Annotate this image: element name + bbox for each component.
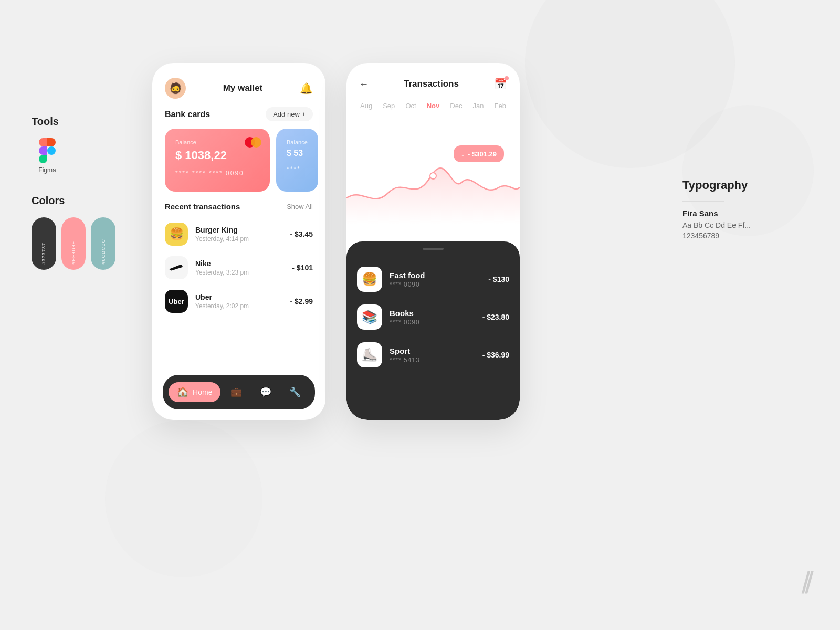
tab-sep[interactable]: Sep (381, 101, 397, 111)
figma-tool[interactable]: Figma (32, 138, 63, 174)
typography-panel: Typography Fira Sans Aa Bb Cc Dd Ee Ff..… (682, 178, 798, 240)
swatch-gray-label: #8CBCBC (101, 239, 106, 265)
recent-title: Recent transactions (165, 202, 240, 211)
burger-king-time: Yesterday, 4:14 pm (195, 235, 282, 243)
fastfood-info: Fast food **** 0090 (390, 271, 481, 288)
month-tabs: Aug Sep Oct Nov Dec Jan Feb (346, 99, 520, 119)
dark-tx-fastfood: 🍔 Fast food **** 0090 - $130 (346, 260, 520, 298)
bg-decoration-2 (105, 420, 262, 578)
swatch-pink: #FF9B9F (61, 217, 86, 270)
nav-settings[interactable]: 🔧 (281, 382, 309, 402)
dark-panel: 🍔 Fast food **** 0090 - $130 📚 Books ***… (346, 242, 520, 420)
transaction-item: Nike Yesterday, 3:23 pm - $101 (152, 251, 326, 285)
tab-nov[interactable]: Nov (425, 101, 442, 111)
card-blue-balance: $ 53 (287, 149, 308, 158)
mastercard-logo (245, 137, 261, 148)
wrench-icon: 🔧 (289, 386, 301, 398)
briefcase-icon: 💼 (230, 386, 242, 398)
nav-chat[interactable]: 💬 (251, 382, 280, 402)
wallet-header: 🧔 My wallet 🔔 (152, 63, 326, 107)
uber-name: Uber (195, 293, 282, 301)
avatar: 🧔 (165, 78, 186, 99)
figma-icon (35, 138, 60, 163)
books-sub: **** 0090 (390, 319, 475, 326)
card-blue-label: Balance (287, 139, 308, 145)
panel-handle (423, 248, 444, 250)
nike-amount: - $101 (292, 264, 313, 272)
svg-point-0 (430, 173, 436, 179)
tab-jan[interactable]: Jan (470, 101, 486, 111)
font-name: Fira Sans (682, 209, 798, 218)
books-icon: 📚 (357, 304, 382, 330)
calendar-btn[interactable]: 📅 (494, 78, 507, 90)
nike-time: Yesterday, 3:23 pm (195, 269, 285, 276)
back-button[interactable]: ← (359, 79, 369, 90)
bank-cards-title: Bank cards (165, 110, 210, 119)
wallet-title: My wallet (223, 83, 263, 93)
chat-icon: 💬 (260, 386, 271, 398)
nav-home-label: Home (193, 388, 212, 396)
transaction-item: 🍔 Burger King Yesterday, 4:14 pm - $3.45 (152, 217, 326, 251)
fastfood-name: Fast food (390, 271, 481, 280)
nav-briefcase[interactable]: 💼 (222, 382, 250, 402)
bottom-nav: 🏠 Home 💼 💬 🔧 (163, 375, 315, 410)
nike-info: Nike Yesterday, 3:23 pm (195, 259, 285, 276)
tools-title: Tools (32, 116, 116, 128)
transaction-item: Uber Uber Yesterday, 2:02 pm - $2.99 (152, 285, 326, 318)
add-new-button[interactable]: Add new + (266, 107, 313, 121)
swatch-dark-label: #373737 (41, 243, 46, 265)
card-blue[interactable]: Balance $ 53 **** (276, 129, 318, 192)
colors-section: Colors #373737 #FF9B9F #8CBCBC (32, 195, 116, 270)
books-name: Books (390, 309, 475, 318)
font-numbers: 123456789 (682, 232, 798, 240)
calendar-badge (505, 76, 509, 80)
phone-transactions: ← Transactions 📅 Aug Sep Oct Nov Dec Jan… (346, 63, 520, 420)
left-panel: Tools Figma Colors #373737 #FF9B9F #8CBC (32, 116, 116, 270)
tab-dec[interactable]: Dec (448, 101, 464, 111)
phone-wallet: 🧔 My wallet 🔔 Bank cards Add new + Balan… (152, 63, 326, 420)
transactions-title: Transactions (404, 79, 459, 89)
card-pink-balance: $ 1038,22 (175, 149, 259, 162)
swatch-dark: #373737 (32, 217, 56, 270)
swatch-pink-label: #FF9B9F (71, 241, 76, 265)
recent-transactions-header: Recent transactions Show All (152, 192, 326, 217)
tools-section: Tools Figma (32, 116, 116, 174)
dark-tx-books: 📚 Books **** 0090 - $23.80 (346, 298, 520, 336)
sport-name: Sport (390, 346, 475, 355)
uber-info: Uber Yesterday, 2:02 pm (195, 293, 282, 310)
fastfood-icon: 🍔 (357, 267, 382, 292)
colors-title: Colors (32, 195, 116, 207)
sport-amount: - $36.99 (482, 351, 509, 359)
bell-icon[interactable]: 🔔 (300, 82, 313, 94)
chart-area: ↓ - $301.29 (346, 119, 520, 224)
uber-amount: - $2.99 (290, 297, 313, 306)
tab-feb[interactable]: Feb (492, 101, 508, 111)
uber-logo-text: Uber (169, 298, 184, 306)
tab-oct[interactable]: Oct (403, 101, 418, 111)
fastfood-amount: - $130 (488, 275, 509, 284)
sport-icon: ⛸️ (357, 342, 382, 368)
figma-label: Figma (38, 166, 56, 174)
dark-tx-sport: ⛸️ Sport **** 5413 - $36.99 (346, 336, 520, 374)
burger-king-amount: - $3.45 (290, 230, 313, 238)
nav-home[interactable]: 🏠 Home (169, 382, 220, 402)
nike-name: Nike (195, 259, 285, 268)
typography-divider (682, 201, 724, 202)
nike-icon (165, 256, 188, 279)
uber-icon: Uber (165, 290, 188, 313)
bank-cards-header: Bank cards Add new + (152, 107, 326, 129)
spending-chart (346, 119, 520, 224)
slash-decoration: // (802, 567, 808, 598)
chart-tooltip: ↓ - $301.29 (454, 145, 504, 162)
fastfood-sub: **** 0090 (390, 281, 481, 288)
show-all-link[interactable]: Show All (287, 203, 313, 211)
burger-king-info: Burger King Yesterday, 4:14 pm (195, 226, 282, 243)
tooltip-down-arrow: ↓ (461, 150, 465, 158)
card-pink[interactable]: Balance $ 1038,22 **** **** **** 0090 (165, 129, 270, 192)
burger-king-name: Burger King (195, 226, 282, 234)
tab-aug[interactable]: Aug (358, 101, 374, 111)
home-icon: 🏠 (177, 386, 188, 398)
font-preview: Aa Bb Cc Dd Ee Ff... (682, 221, 798, 229)
nike-swoosh-icon (169, 264, 184, 272)
typography-title: Typography (682, 178, 798, 192)
